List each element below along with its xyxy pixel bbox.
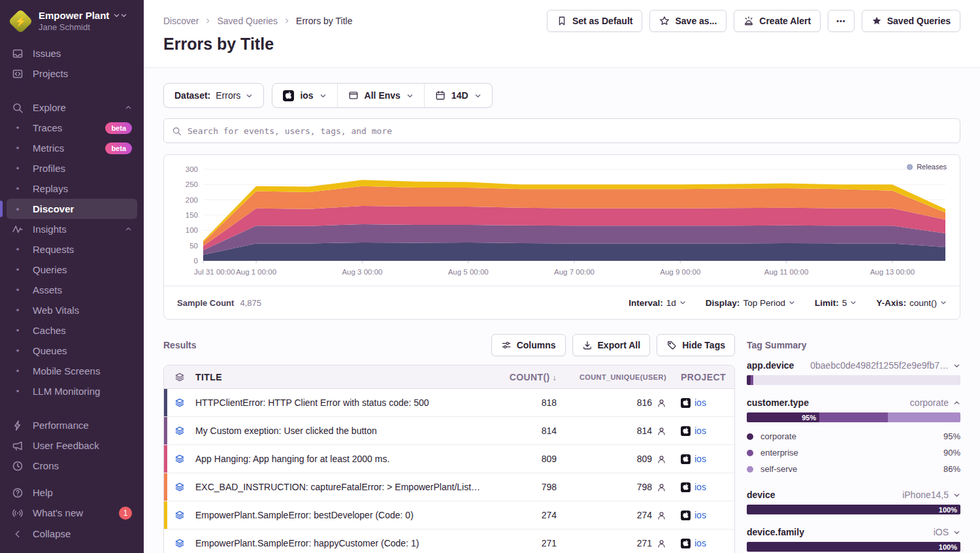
expand-stack-button[interactable] [164, 510, 195, 520]
breadcrumb-item-saved-queries[interactable]: Saved Queries [217, 16, 278, 26]
project-link[interactable]: ios [670, 426, 734, 436]
row-title[interactable]: EmpowerPlant.SampleError: happyCustomer … [195, 538, 495, 548]
create-alert-button[interactable]: Create Alert [734, 10, 821, 32]
tag-top-value: iOS [934, 527, 960, 537]
sidebar-item-metrics[interactable]: •Metricsbeta [7, 138, 137, 158]
column-header-count[interactable]: COUNT()↓ [495, 372, 561, 382]
column-header-title[interactable]: TITLE [195, 372, 495, 382]
more-options-button[interactable]: ••• [828, 10, 855, 32]
sidebar-item-replays[interactable]: •Replays [7, 178, 137, 199]
sidebar-item-web-vitals[interactable]: •Web Vitals [7, 300, 137, 320]
dataset-selector[interactable]: Dataset: Errors [163, 83, 264, 108]
sidebar-item-caches[interactable]: •Caches [7, 320, 137, 341]
columns-button[interactable]: Columns [491, 334, 566, 356]
chevron-up-icon [125, 104, 132, 111]
display-selector[interactable]: Display:Top Period [706, 298, 795, 308]
tag-section-header[interactable]: deviceiPhone14,5 [747, 490, 960, 500]
tag-section-header[interactable]: device.familyiOS [747, 527, 960, 537]
apple-icon [681, 426, 691, 436]
releases-legend[interactable]: Releases [907, 163, 947, 171]
tag-distribution-bar[interactable]: 100% [747, 505, 960, 514]
sidebar-item-user-feedback[interactable]: User Feedback [7, 435, 137, 456]
row-title[interactable]: App Hanging: App hanging for at least 20… [195, 454, 495, 464]
sidebar-item-explore[interactable]: Explore [7, 97, 137, 118]
expand-stack-button[interactable] [164, 538, 195, 548]
bar-segment-label: 100% [939, 506, 957, 514]
saved-queries-button[interactable]: Saved Queries [862, 10, 960, 32]
project-link[interactable]: ios [670, 454, 734, 464]
sidebar-item-help[interactable]: Help [7, 482, 137, 503]
limit-selector[interactable]: Limit:5 [815, 298, 857, 308]
tag-section-header[interactable]: customer.typecorporate [747, 397, 960, 408]
tag-distribution-bar[interactable]: 100% [747, 542, 960, 552]
sample-count-value: 4,875 [240, 298, 261, 308]
set-as-default-button[interactable]: Set as Default [547, 10, 643, 32]
tag-distribution-bar[interactable]: 95% [747, 412, 960, 422]
bar-segment-label: 100% [939, 543, 957, 551]
column-header-project[interactable]: PROJECT [670, 372, 734, 382]
expand-stack-button[interactable] [164, 482, 195, 492]
chevron-down-icon [953, 492, 960, 499]
page-header: DiscoverSaved QueriesErrors by Title Err… [144, 0, 980, 68]
chevron-down-icon [953, 529, 960, 536]
project-link[interactable]: ios [670, 482, 734, 492]
sidebar-item-requests[interactable]: •Requests [7, 239, 137, 260]
sidebar-item-projects[interactable]: Projects [7, 63, 137, 84]
stack-icon [174, 372, 185, 382]
apple-icon [681, 454, 691, 464]
row-title[interactable]: EmpowerPlant.SampleError: bestDeveloper … [195, 510, 495, 520]
save-as-button[interactable]: Save as... [649, 10, 727, 32]
export-all-button[interactable]: Export All [572, 334, 651, 356]
sidebar-item-issues[interactable]: Issues [7, 43, 137, 63]
org-switcher[interactable]: ⚡ Empower Plant Jane Schmidt [0, 0, 144, 41]
row-count: 809 [495, 454, 561, 464]
row-title[interactable]: EXC_BAD_INSTRUCTION: captureFatalError: … [195, 482, 495, 492]
project-selector[interactable]: ios [272, 84, 336, 107]
sidebar-item-llm-monitoring[interactable]: •LLM Monitoring [7, 381, 137, 401]
sidebar-item-discover[interactable]: •Discover [7, 199, 137, 219]
date-range-selector[interactable]: 14D [424, 84, 492, 107]
sidebar-item-profiles[interactable]: •Profiles [7, 158, 137, 178]
search-input[interactable] [188, 126, 952, 136]
sidebar-item-what-s-new[interactable]: What's new1 [7, 503, 137, 520]
tag-legend-row[interactable]: enterprise90% [747, 444, 960, 461]
date-range-value: 14D [451, 90, 468, 101]
sidebar-item-label: Performance [33, 420, 89, 431]
legend-label: corporate [760, 431, 796, 441]
sidebar-item-insights[interactable]: Insights [7, 219, 137, 239]
environment-selector[interactable]: All Envs [337, 84, 424, 107]
sidebar-item-queries[interactable]: •Queries [7, 260, 137, 280]
row-title[interactable]: HTTPClientError: HTTP Client Error with … [195, 397, 495, 408]
row-title[interactable]: My Custom exeption: User clicked the but… [195, 426, 495, 436]
hide-tags-button[interactable]: Hide Tags [657, 334, 735, 356]
stacked-area-chart[interactable]: 050100150200250300Jul 31 00:00Aug 1 00:0… [174, 163, 949, 279]
sidebar-item-label: Traces [33, 122, 62, 133]
expand-stack-button[interactable] [164, 454, 195, 464]
expand-stack-button[interactable] [164, 426, 195, 436]
svg-text:Aug 13 00:00: Aug 13 00:00 [870, 268, 915, 276]
project-link[interactable]: ios [670, 397, 734, 408]
breadcrumb-item-discover[interactable]: Discover [163, 16, 199, 26]
tag-legend-row[interactable]: corporate95% [747, 428, 960, 444]
chevron-down-icon [406, 92, 414, 99]
control-label: Y-Axis: [876, 298, 906, 308]
tag-distribution-bar[interactable] [747, 375, 960, 385]
tag-section-header[interactable]: app.device0baebc0de4982f1255f2e9e9fb7… [747, 360, 960, 371]
sidebar-item-mobile-screens[interactable]: •Mobile Screens [7, 361, 137, 381]
column-header-count-unique[interactable]: COUNT_UNIQUE(USER) [561, 373, 670, 381]
project-link[interactable]: ios [670, 538, 734, 548]
releases-dot-icon [907, 164, 913, 170]
interval-selector[interactable]: Interval:1d [629, 298, 686, 308]
sidebar-item-assets[interactable]: •Assets [7, 280, 137, 300]
project-link[interactable]: ios [670, 510, 734, 520]
expand-stack-button[interactable] [164, 397, 195, 408]
tag-legend-row[interactable]: self-serve86% [747, 461, 960, 477]
sidebar-item-crons[interactable]: Crons [7, 456, 137, 476]
sidebar-collapse-button[interactable]: Collapse [7, 524, 137, 544]
chevron-down-icon [940, 299, 947, 306]
sidebar-item-performance[interactable]: Performance [7, 415, 137, 435]
y-axis-selector[interactable]: Y-Axis:count() [876, 298, 947, 308]
chevron-up-icon [125, 226, 132, 233]
sidebar-item-traces[interactable]: •Tracesbeta [7, 118, 137, 138]
sidebar-item-queues[interactable]: •Queues [7, 341, 137, 361]
